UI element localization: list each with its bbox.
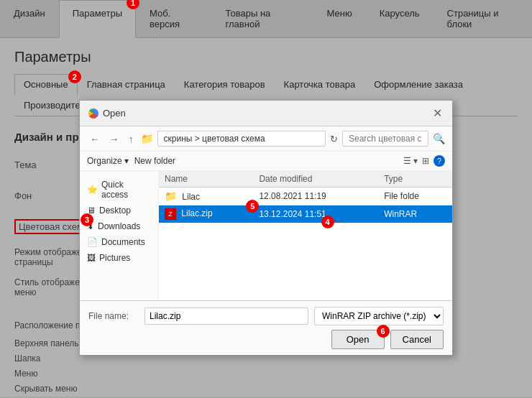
- file-list-area: Name Date modified Type 📁 Lilac: [159, 171, 452, 300]
- dialog-title: Open: [103, 108, 126, 119]
- filename-input[interactable]: [145, 307, 308, 325]
- table-row[interactable]: 📁 Lilac 12.08.2021 11:19 File folde: [159, 188, 452, 205]
- sidebar-pictures[interactable]: 🖼 Pictures: [80, 250, 158, 266]
- badge-4: 4: [321, 216, 334, 228]
- search-input[interactable]: [342, 131, 428, 147]
- filename-row: File name: WinRAR ZIP archive (*.zip): [88, 307, 444, 325]
- pictures-icon: 🖼: [87, 253, 96, 263]
- col-name[interactable]: Name: [159, 171, 253, 188]
- organize-bar: Organize ▾ New folder ☰ ▾ ⊞ ?: [80, 152, 452, 171]
- view-grid-button[interactable]: ⊞: [422, 156, 429, 166]
- sidebar-documents[interactable]: 📄 Documents: [80, 234, 158, 250]
- dialog-close-button[interactable]: ✕: [431, 106, 444, 120]
- forward-button[interactable]: →: [106, 132, 121, 146]
- back-button[interactable]: ←: [87, 132, 102, 146]
- refresh-button[interactable]: ↻: [330, 134, 338, 144]
- footer-buttons: Open 6 Cancel: [88, 330, 444, 349]
- help-button[interactable]: ?: [434, 155, 445, 167]
- up-button[interactable]: ↑: [126, 132, 137, 146]
- badge-2: 2: [68, 70, 81, 83]
- open-file-dialog: Open ✕ ← → ↑ 📁 скрины > цветовая схема ↻…: [79, 100, 453, 356]
- view-list-button[interactable]: ☰ ▾: [403, 156, 418, 166]
- dialog-sidebar: ⭐ Quick access 🖥 Desktop ⬇ Downloads 📄 D…: [80, 171, 159, 300]
- dialog-body: ⭐ Quick access 🖥 Desktop ⬇ Downloads 📄 D…: [80, 171, 452, 300]
- dialog-footer: File name: WinRAR ZIP archive (*.zip) Op…: [80, 300, 452, 355]
- col-type[interactable]: Type: [378, 171, 452, 188]
- open-button[interactable]: Open 6: [331, 330, 385, 349]
- dialog-overlay: Open ✕ ← → ↑ 📁 скрины > цветовая схема ↻…: [0, 0, 532, 398]
- documents-icon: 📄: [87, 237, 98, 247]
- col-date[interactable]: Date modified: [253, 171, 378, 188]
- badge-3: 3: [81, 213, 93, 226]
- search-icon: 🔍: [433, 133, 445, 144]
- file-table: Name Date modified Type 📁 Lilac: [159, 171, 452, 223]
- sidebar-quick-access[interactable]: ⭐ Quick access: [80, 177, 158, 203]
- organize-chevron-icon: ▾: [124, 156, 129, 166]
- folder-icon: 📁: [141, 133, 153, 144]
- table-row[interactable]: Z Lilac.zip 5 13.12.2024 11:51 WinRAR: [159, 205, 452, 223]
- dialog-toolbar: ← → ↑ 📁 скрины > цветовая схема ↻ 🔍: [80, 126, 452, 152]
- filetype-select[interactable]: WinRAR ZIP archive (*.zip): [314, 307, 444, 325]
- chrome-icon: [88, 108, 98, 119]
- dialog-titlebar: Open ✕: [80, 101, 452, 126]
- new-folder-button[interactable]: New folder: [134, 156, 175, 166]
- organize-button[interactable]: Organize ▾: [87, 156, 129, 166]
- cancel-button[interactable]: Cancel: [390, 330, 444, 349]
- filename-label: File name:: [88, 311, 139, 321]
- badge-6: 6: [377, 325, 390, 338]
- zip-file-icon: Z: [165, 208, 176, 220]
- star-icon: ⭐: [87, 185, 98, 195]
- path-display[interactable]: скрины > цветовая схема: [157, 131, 326, 147]
- folder-icon: 📁: [165, 190, 177, 202]
- view-controls: ☰ ▾ ⊞ ?: [403, 155, 445, 167]
